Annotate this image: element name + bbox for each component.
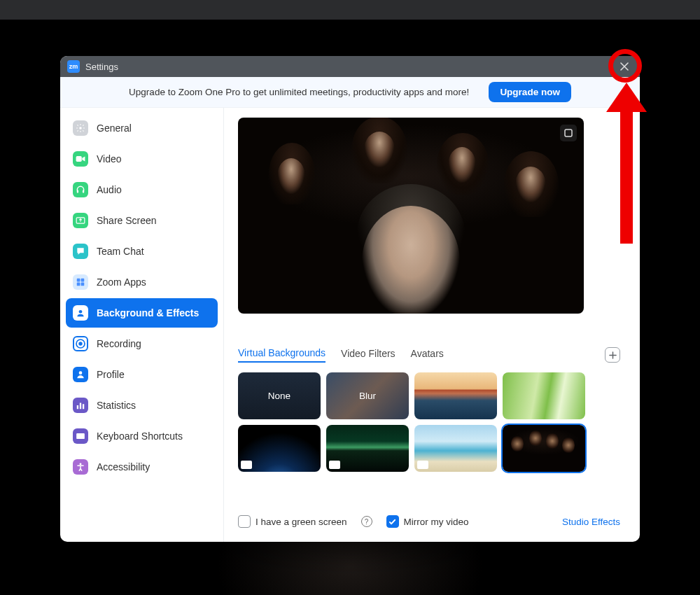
thumb-label: None bbox=[268, 391, 290, 401]
add-background-button[interactable] bbox=[605, 347, 620, 363]
background-thumb-2[interactable] bbox=[414, 372, 497, 419]
sidebar-item-label: Share Screen bbox=[97, 215, 157, 226]
zoom-logo-badge: zm bbox=[67, 60, 80, 73]
green-screen-checkbox[interactable]: I have a green screen bbox=[238, 515, 347, 528]
svg-rect-1 bbox=[76, 156, 82, 162]
upgrade-button[interactable]: Upgrade now bbox=[489, 82, 571, 102]
video-badge-icon bbox=[417, 461, 428, 469]
modal-title: Settings bbox=[85, 62, 118, 72]
sidebar-item-label: Audio bbox=[97, 184, 122, 195]
gear-icon bbox=[73, 120, 88, 136]
svg-point-12 bbox=[79, 371, 83, 374]
background-thumb-5[interactable] bbox=[326, 425, 409, 472]
sidebar-item-profile[interactable]: Profile bbox=[66, 360, 218, 389]
svg-rect-7 bbox=[77, 283, 80, 286]
background-thumb-3[interactable] bbox=[503, 372, 585, 419]
sidebar-item-keyboard-shortcuts[interactable]: Keyboard Shortcuts bbox=[66, 421, 218, 451]
effects-tabs: Virtual BackgroundsVideo FiltersAvatars bbox=[238, 347, 620, 363]
person-bg-icon bbox=[73, 305, 88, 321]
background-thumb-6[interactable] bbox=[414, 425, 497, 472]
sidebar-item-audio[interactable]: Audio bbox=[66, 175, 218, 204]
help-icon[interactable]: ? bbox=[361, 516, 372, 527]
sidebar-item-label: Statistics bbox=[97, 400, 136, 411]
video-badge-icon bbox=[241, 461, 252, 469]
expand-preview-button[interactable] bbox=[560, 125, 577, 141]
sidebar-item-label: Accessibility bbox=[97, 461, 150, 472]
keyboard-icon bbox=[73, 428, 88, 444]
sidebar-item-label: Recording bbox=[97, 338, 141, 349]
tab-virtual-backgrounds[interactable]: Virtual Backgrounds bbox=[238, 347, 326, 363]
svg-rect-14 bbox=[80, 403, 81, 410]
svg-rect-3 bbox=[83, 190, 84, 193]
modal-titlebar: zm Settings bbox=[60, 56, 640, 77]
sidebar-item-label: Keyboard Shortcuts bbox=[97, 430, 183, 442]
app-topbar bbox=[0, 0, 700, 20]
svg-point-9 bbox=[79, 310, 83, 314]
studio-effects-link[interactable]: Studio Effects bbox=[562, 517, 620, 527]
profile-icon bbox=[73, 367, 88, 382]
svg-rect-13 bbox=[77, 405, 78, 409]
mirror-video-label: Mirror my video bbox=[404, 517, 469, 527]
sidebar-item-video[interactable]: Video bbox=[66, 144, 218, 174]
sidebar-item-label: Video bbox=[97, 153, 122, 164]
background-thumb-0[interactable]: None bbox=[238, 372, 321, 419]
svg-rect-18 bbox=[565, 130, 572, 136]
svg-point-17 bbox=[80, 463, 82, 465]
thumb-label: Blur bbox=[359, 391, 376, 401]
record-icon bbox=[73, 336, 88, 351]
svg-rect-8 bbox=[81, 283, 85, 286]
background-thumb-4[interactable] bbox=[238, 425, 321, 472]
sidebar-item-general[interactable]: General bbox=[66, 113, 218, 143]
tab-video-filters[interactable]: Video Filters bbox=[341, 348, 396, 362]
stats-icon bbox=[73, 398, 88, 413]
video-badge-icon bbox=[329, 461, 340, 469]
close-icon bbox=[620, 62, 629, 71]
sidebar-item-zoom-apps[interactable]: Zoom Apps bbox=[66, 267, 218, 297]
tab-avatars[interactable]: Avatars bbox=[411, 348, 444, 362]
share-icon bbox=[73, 213, 88, 228]
sidebar-item-accessibility[interactable]: Accessibility bbox=[66, 452, 218, 482]
background-thumb-1[interactable]: Blur bbox=[326, 372, 409, 419]
plus-icon bbox=[609, 351, 617, 359]
sidebar-item-label: Zoom Apps bbox=[97, 276, 146, 288]
close-button[interactable] bbox=[616, 58, 633, 75]
settings-modal: zm Settings Upgrade to Zoom One Pro to g… bbox=[60, 56, 640, 542]
sidebar-item-label: Background & Effects bbox=[97, 307, 199, 318]
mirror-video-checkbox[interactable]: Mirror my video bbox=[386, 515, 469, 528]
upgrade-banner: Upgrade to Zoom One Pro to get unlimited… bbox=[60, 77, 640, 108]
video-icon bbox=[73, 151, 88, 167]
svg-rect-2 bbox=[77, 190, 78, 193]
sidebar-item-statistics[interactable]: Statistics bbox=[66, 391, 218, 420]
svg-point-11 bbox=[78, 342, 82, 345]
background-thumbnails: NoneBlur bbox=[238, 372, 620, 472]
sidebar-item-team-chat[interactable]: Team Chat bbox=[66, 237, 218, 266]
sidebar-item-label: Profile bbox=[97, 369, 125, 380]
sidebar-item-share-screen[interactable]: Share Screen bbox=[66, 206, 218, 235]
sidebar-item-label: General bbox=[97, 122, 132, 134]
svg-rect-5 bbox=[77, 279, 80, 282]
apps-icon bbox=[73, 274, 88, 290]
headphones-icon bbox=[73, 182, 88, 197]
sidebar-item-background-effects[interactable]: Background & Effects bbox=[66, 298, 218, 328]
options-row: I have a green screen ? Mirror my video … bbox=[238, 515, 620, 528]
settings-sidebar: GeneralVideoAudioShare ScreenTeam ChatZo… bbox=[60, 108, 224, 542]
upgrade-text: Upgrade to Zoom One Pro to get unlimited… bbox=[129, 87, 469, 97]
chat-icon bbox=[73, 244, 88, 259]
svg-rect-15 bbox=[83, 404, 84, 409]
svg-rect-6 bbox=[81, 279, 85, 282]
video-preview bbox=[238, 118, 584, 314]
background-thumb-7[interactable] bbox=[503, 425, 585, 472]
settings-content: Virtual BackgroundsVideo FiltersAvatars … bbox=[224, 108, 640, 542]
svg-point-0 bbox=[79, 127, 82, 130]
sidebar-item-recording[interactable]: Recording bbox=[66, 329, 218, 358]
accessibility-icon bbox=[73, 459, 88, 475]
green-screen-label: I have a green screen bbox=[255, 517, 347, 527]
expand-icon bbox=[564, 129, 573, 137]
svg-rect-16 bbox=[76, 433, 85, 439]
sidebar-item-label: Team Chat bbox=[97, 246, 144, 257]
